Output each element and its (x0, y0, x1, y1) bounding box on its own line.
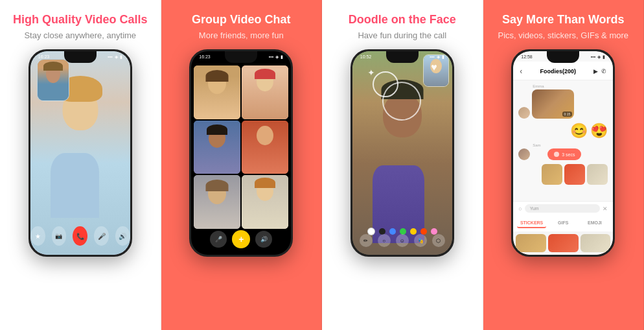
small-hair (43, 62, 63, 71)
food-image-bubble: 0:15 (532, 89, 574, 119)
phone-1-screen: 16:23 ▪▪▪ ◈ ▮ ★ 📷 📞 (30, 51, 130, 255)
doodle-heart: ♥ (431, 62, 437, 73)
sticker-tab-emoji[interactable]: EMOJI (581, 218, 610, 228)
status-icons-2: ▪▪▪ ◈ ▮ (269, 54, 283, 60)
panel-4-subtitle: Pics, videos, stickers, GIFs & more (498, 30, 628, 40)
avatar-emma (518, 107, 530, 119)
group-vol-button[interactable]: 🔊 (255, 231, 272, 248)
video-call-icon[interactable]: ▶ (593, 68, 598, 75)
sticker-tabs: STICKERS GIFS EMOJI (513, 215, 613, 231)
status-bar-1: 16:23 ▪▪▪ ◈ ▮ (30, 54, 130, 60)
add-icon: + (238, 234, 244, 244)
add-person-button[interactable]: + (232, 230, 250, 248)
phone-4: 12:58 ▪▪▪ ◈ ▮ ‹ Foodies(200) ▶ ✆ (511, 49, 615, 257)
chat-title-text: Foodies(200) (522, 68, 593, 75)
signal-icon: ▪▪▪ (108, 54, 112, 60)
panel-group-chat: Group Video Chat More friends, more fun … (161, 0, 323, 330)
phone-icon: 📞 (76, 233, 84, 240)
msg-with-avatar-2: 3 secs (518, 148, 608, 160)
emoji-picker-icon[interactable]: ○ (518, 206, 522, 212)
sticker-grid (513, 231, 613, 255)
group-vol-icon: 🔊 (260, 236, 268, 242)
sticker-2[interactable] (548, 234, 579, 252)
emoji-love: 😍 (590, 123, 608, 139)
status-bar-2: 16:23 ▪▪▪ ◈ ▮ (191, 54, 291, 60)
avatar-sam (518, 148, 530, 160)
mask-tool[interactable]: 🎭 (414, 234, 427, 247)
close-input-icon[interactable]: ✕ (603, 206, 608, 212)
time-display-3: 10:52 (360, 54, 372, 60)
star-icon: ★ (35, 233, 41, 240)
emoji-smile: 😊 (570, 123, 588, 139)
video-duration: 0:15 (562, 112, 573, 117)
panel-video-calls: High Quality Video Calls Stay close anyw… (0, 0, 161, 330)
chat-input-area: ○ Yum ✕ (513, 201, 613, 215)
doodle-screen: ♥ ✦ 10:52 ▪▪▪ ◈ ▮ (352, 51, 452, 255)
time-display-1: 16:23 (38, 54, 50, 60)
sender-name-emma: Emma (533, 84, 544, 88)
tool-icons-row: ✏ ○ ☺ 🎭 ⬡ (352, 234, 452, 247)
phone-3-screen: ♥ ✦ 10:52 ▪▪▪ ◈ ▮ (352, 51, 452, 255)
group-mic-icon: 🎤 (215, 236, 222, 242)
battery-icon-2: ▮ (281, 54, 283, 60)
emoji-row: 😊 😍 (518, 123, 608, 139)
hair-g6 (255, 178, 275, 188)
face-tool[interactable]: ☺ (396, 234, 409, 247)
time-display-4: 12:58 (521, 54, 533, 60)
chat-messages: Emma 0:15 😊 😍 Sam (513, 80, 613, 201)
small-video-overlay (37, 59, 69, 101)
status-icons-3: ▪▪▪ ◈ ▮ (430, 54, 444, 60)
sticker-1[interactable] (516, 234, 546, 252)
pencil-tool[interactable]: ✏ (360, 234, 373, 247)
grid-cell-5 (194, 175, 240, 229)
phone-2-screen: 16:23 ▪▪▪ ◈ ▮ (191, 51, 291, 255)
hair-g5 (206, 180, 229, 191)
panel-2-subtitle: More friends, more fun (199, 30, 284, 40)
panel-chat: Say More Than Words Pics, videos, sticke… (483, 0, 645, 330)
chat-input[interactable]: Yum (525, 204, 601, 213)
chat-header: ‹ Foodies(200) ▶ ✆ (513, 62, 613, 80)
battery-icon-4: ▮ (603, 54, 605, 60)
sticker-food-1 (542, 164, 562, 185)
group-controls: 🎤 + 🔊 (191, 230, 291, 248)
wifi-icon-3: ◈ (437, 54, 440, 60)
msg-group-2: Sam 3 secs (518, 143, 608, 160)
chat-action-icons: ▶ ✆ (593, 68, 606, 75)
video-call-screen: 16:23 ▪▪▪ ◈ ▮ ★ 📷 📞 (30, 51, 130, 255)
panel-doodle: Doodle on the Face Have fun during the c… (322, 0, 483, 330)
wifi-icon-4: ◈ (597, 54, 601, 60)
wifi-icon: ◈ (115, 54, 118, 60)
voice-dot (554, 152, 559, 157)
panel-2-title: Group Video Chat (192, 13, 291, 27)
wifi-icon-2: ◈ (275, 54, 279, 60)
mic-icon: 🎤 (98, 233, 106, 240)
battery-icon-3: ▮ (442, 54, 444, 60)
share-tool[interactable]: ⬡ (432, 234, 445, 247)
star-button[interactable]: ★ (30, 226, 45, 246)
sticker-tab-gifs[interactable]: GIFS (549, 218, 578, 228)
sender-name-self: Sam (533, 143, 540, 147)
voice-message: 3 secs (547, 148, 581, 160)
volume-button[interactable]: 🔊 (115, 226, 130, 246)
circle-tool[interactable]: ○ (378, 234, 391, 247)
end-call-button[interactable]: 📞 (73, 226, 87, 246)
status-bar-3: 10:52 ▪▪▪ ◈ ▮ (352, 54, 452, 60)
grid-cell-6 (242, 175, 288, 229)
sticker-3[interactable] (581, 234, 611, 252)
status-icons-1: ▪▪▪ ◈ ▮ (108, 54, 122, 60)
hair-g1 (206, 70, 229, 82)
mic-button[interactable]: 🎤 (94, 226, 109, 246)
call-controls: ★ 📷 📞 🎤 🔊 (30, 226, 130, 246)
voice-call-icon[interactable]: ✆ (601, 68, 606, 75)
camera-icon: 📷 (55, 233, 62, 239)
phone-2: 16:23 ▪▪▪ ◈ ▮ (189, 49, 293, 257)
status-icons-4: ▪▪▪ ◈ ▮ (591, 54, 605, 60)
camera-button[interactable]: 📷 (52, 226, 67, 246)
chat-input-value: Yum (530, 206, 539, 211)
signal-icon-2: ▪▪▪ (269, 54, 273, 60)
grid-cell-4 (242, 121, 288, 174)
group-mic-button[interactable]: 🎤 (210, 231, 227, 248)
sticker-tab-stickers[interactable]: STICKERS (517, 218, 546, 228)
panel-4-title: Say More Than Words (502, 13, 625, 27)
msg-with-avatar-1: 0:15 (518, 89, 608, 119)
